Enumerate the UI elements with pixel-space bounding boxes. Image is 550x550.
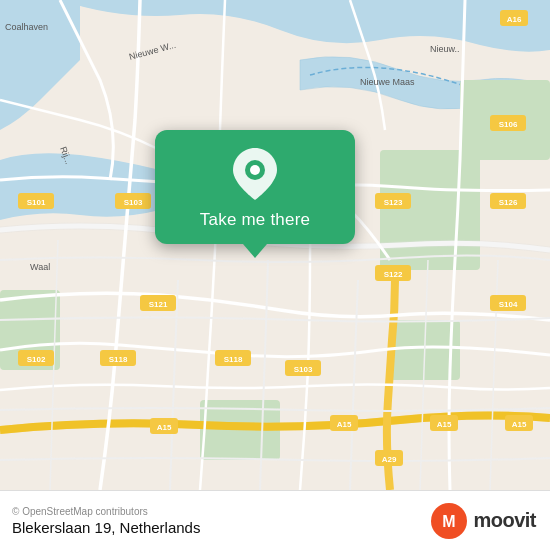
copyright-text: © OpenStreetMap contributors — [12, 506, 200, 517]
svg-text:A15: A15 — [437, 420, 452, 429]
svg-rect-1 — [380, 150, 480, 270]
location-pin-icon — [233, 148, 277, 200]
svg-text:A15: A15 — [337, 420, 352, 429]
svg-text:Nieuwe Maas: Nieuwe Maas — [360, 77, 415, 87]
moovit-text: moovit — [473, 509, 536, 532]
svg-text:Nieuw..: Nieuw.. — [430, 44, 460, 54]
svg-text:S122: S122 — [384, 270, 403, 279]
svg-point-50 — [250, 165, 260, 175]
moovit-icon: M — [431, 503, 467, 539]
svg-text:S123: S123 — [384, 198, 403, 207]
map-container: S101 S103 S103 S123 S122 S126 S106 S121 … — [0, 0, 550, 490]
svg-text:S118: S118 — [224, 355, 243, 364]
svg-text:Coalhaven: Coalhaven — [5, 22, 48, 32]
svg-text:A29: A29 — [382, 455, 397, 464]
svg-text:A15: A15 — [512, 420, 527, 429]
svg-text:S118: S118 — [109, 355, 128, 364]
moovit-logo: M moovit — [431, 503, 536, 539]
svg-text:S103: S103 — [294, 365, 313, 374]
svg-text:S101: S101 — [27, 198, 46, 207]
svg-text:A16: A16 — [507, 15, 522, 24]
svg-text:M: M — [443, 513, 456, 530]
svg-text:S106: S106 — [499, 120, 518, 129]
svg-text:Waal: Waal — [30, 262, 50, 272]
footer-info: © OpenStreetMap contributors Blekerslaan… — [12, 506, 200, 536]
footer-bar: © OpenStreetMap contributors Blekerslaan… — [0, 490, 550, 550]
take-me-there-label: Take me there — [200, 210, 310, 230]
svg-text:S104: S104 — [499, 300, 518, 309]
svg-text:A15: A15 — [157, 423, 172, 432]
svg-text:S121: S121 — [149, 300, 168, 309]
svg-text:S102: S102 — [27, 355, 46, 364]
svg-text:S103: S103 — [124, 198, 143, 207]
svg-text:S126: S126 — [499, 198, 518, 207]
location-name: Blekerslaan 19, Netherlands — [12, 519, 200, 536]
take-me-there-popup[interactable]: Take me there — [155, 130, 355, 244]
